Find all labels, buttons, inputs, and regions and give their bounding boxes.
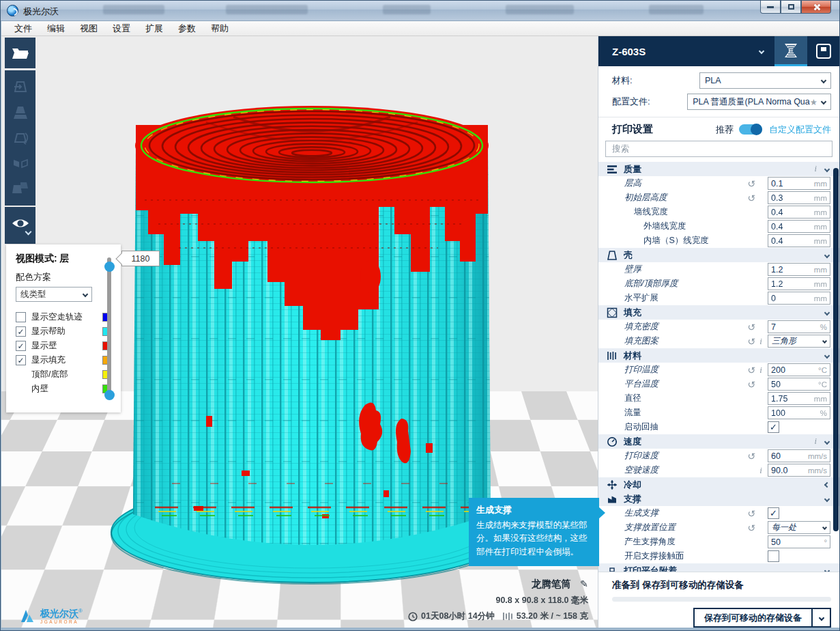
view-option-checkbox[interactable] bbox=[16, 312, 26, 322]
setting-row: 填充密度↺7% bbox=[598, 320, 840, 334]
rotate-tool-icon[interactable] bbox=[12, 129, 29, 147]
recommended-custom-toggle[interactable] bbox=[739, 124, 762, 135]
scale-tool-icon[interactable] bbox=[12, 104, 29, 122]
maximize-button[interactable] bbox=[781, 1, 801, 14]
printer-icon bbox=[815, 43, 832, 59]
setting-value-input[interactable]: 0.4mm bbox=[768, 206, 830, 219]
view-option-row: ✓显示填充 bbox=[16, 353, 113, 367]
settings-scrollbar-thumb[interactable] bbox=[833, 168, 839, 531]
custom-profile-link[interactable]: 自定义配置文件 bbox=[769, 124, 831, 136]
setting-value-input[interactable]: 0mm bbox=[768, 292, 830, 305]
reset-value-icon[interactable]: ↺ bbox=[746, 523, 757, 533]
tab-printer-monitor[interactable] bbox=[807, 36, 840, 66]
layer-number-value: 1180 bbox=[132, 254, 150, 264]
menu-item-6[interactable]: 帮助 bbox=[203, 21, 236, 36]
section-header-cooling[interactable]: 冷却 bbox=[598, 477, 840, 492]
setting-value-input[interactable]: 200°C bbox=[768, 363, 830, 376]
setting-dropdown[interactable]: 每一处 bbox=[768, 521, 830, 534]
tab-print-settings[interactable] bbox=[774, 36, 807, 66]
machine-bar: Z-603S bbox=[598, 36, 840, 66]
setting-value-input[interactable]: 0.1mm bbox=[768, 177, 830, 190]
reset-value-icon[interactable]: ↺ bbox=[746, 337, 757, 346]
reset-value-icon[interactable]: ↺ bbox=[746, 365, 757, 375]
section-header-layers[interactable]: 质量i bbox=[598, 162, 840, 176]
setting-row: 水平扩展0mm bbox=[598, 291, 840, 305]
slider-handle-top[interactable] bbox=[104, 262, 115, 272]
setting-value-input[interactable]: 50°C bbox=[768, 378, 830, 391]
setting-label: 打印速度 bbox=[598, 450, 746, 462]
per-model-settings-icon[interactable] bbox=[11, 180, 30, 197]
view-option-checkbox[interactable]: ✓ bbox=[16, 355, 26, 365]
job-dimensions: 90.8 x 90.8 x 118.0 毫米 bbox=[404, 595, 588, 606]
open-file-button[interactable] bbox=[5, 38, 35, 68]
star-icon: ★ bbox=[810, 97, 817, 107]
slider-track[interactable] bbox=[107, 257, 111, 397]
setting-value-input[interactable]: 0.4mm bbox=[768, 234, 830, 247]
setting-row: 生成支撑↺✓ bbox=[598, 506, 840, 520]
job-time: 01天08小时 14分钟 bbox=[421, 611, 495, 622]
chevron-down-icon bbox=[824, 309, 830, 315]
slice-settings-icon bbox=[783, 42, 799, 59]
material-dropdown[interactable]: PLA bbox=[699, 72, 831, 89]
section-header-support[interactable]: 支撑 bbox=[598, 492, 840, 506]
setting-dropdown[interactable]: 三角形 bbox=[768, 335, 830, 348]
section-header-adhesion[interactable]: 打印平台附着 bbox=[598, 563, 840, 572]
setting-row: 启动回抽✓ bbox=[598, 420, 840, 434]
setting-value-input[interactable]: 1.2mm bbox=[768, 277, 830, 290]
view-option-label: 顶部/底部 bbox=[31, 369, 102, 380]
menu-item-2[interactable]: 视图 bbox=[72, 21, 105, 36]
color-scheme-select[interactable]: 线类型 bbox=[16, 287, 92, 302]
setting-value-input[interactable]: 0.4mm bbox=[768, 220, 830, 233]
setting-checkbox[interactable]: ✓ bbox=[768, 507, 830, 519]
section-header-shell[interactable]: 壳 bbox=[598, 248, 840, 262]
move-tool-icon[interactable] bbox=[12, 79, 29, 96]
slider-handle-bottom[interactable] bbox=[104, 390, 115, 400]
save-output-options-dropdown[interactable] bbox=[811, 609, 830, 626]
menu-item-1[interactable]: 编辑 bbox=[40, 21, 72, 36]
search-input[interactable] bbox=[611, 143, 827, 154]
view-option-checkbox[interactable]: ✓ bbox=[16, 326, 26, 337]
menu-item-3[interactable]: 设置 bbox=[105, 21, 138, 36]
reset-value-icon[interactable]: ↺ bbox=[746, 193, 757, 203]
reset-value-icon[interactable]: ↺ bbox=[746, 179, 757, 188]
reset-value-icon[interactable]: ↺ bbox=[746, 451, 757, 461]
profile-dropdown[interactable]: PLA 普通质量(PLA Norma Qua ★ bbox=[687, 94, 831, 110]
setting-checkbox[interactable]: ✓ bbox=[768, 421, 830, 433]
support-icon bbox=[607, 494, 618, 505]
setting-value-input[interactable]: 50° bbox=[768, 535, 830, 548]
menu-item-5[interactable]: 参数 bbox=[171, 21, 203, 36]
setting-checkbox[interactable] bbox=[768, 550, 830, 562]
setting-value-input[interactable]: 7% bbox=[768, 320, 830, 333]
view-mode-button[interactable] bbox=[5, 207, 35, 244]
close-button[interactable] bbox=[801, 1, 831, 14]
setting-value-input[interactable]: 1.75mm bbox=[768, 392, 830, 405]
section-header-infill[interactable]: 填充 bbox=[598, 305, 840, 320]
setting-label: 直径 bbox=[598, 393, 746, 404]
menu-item-4[interactable]: 扩展 bbox=[138, 21, 171, 36]
menu-item-0[interactable]: 文件 bbox=[7, 21, 40, 36]
chevron-down-icon bbox=[83, 292, 88, 297]
mirror-tool-icon[interactable] bbox=[12, 154, 29, 172]
reset-value-icon[interactable]: ↺ bbox=[746, 509, 757, 518]
setting-row: 开启支撑接触面 bbox=[598, 549, 840, 563]
view-option-label: 显示壁 bbox=[31, 340, 102, 352]
reset-value-icon[interactable]: ↺ bbox=[746, 322, 757, 332]
setting-value-input[interactable]: 90.0mm/s bbox=[768, 464, 830, 477]
info-icon: i bbox=[757, 336, 765, 347]
section-header-material[interactable]: 材料 bbox=[598, 348, 840, 363]
setting-value-input[interactable]: 60mm/s bbox=[768, 449, 830, 462]
setting-value-input[interactable]: 100% bbox=[768, 406, 830, 419]
output-footer: 准备到 保存到可移动的存储设备 保存到可移动的存储设备 bbox=[598, 572, 840, 628]
reset-value-icon[interactable]: ↺ bbox=[746, 380, 757, 389]
material-label: 材料: bbox=[612, 74, 699, 87]
layer-range-slider[interactable] bbox=[104, 253, 114, 401]
view-option-checkbox[interactable]: ✓ bbox=[16, 341, 26, 351]
save-to-removable-button[interactable]: 保存到可移动的存储设备 bbox=[693, 608, 831, 628]
edit-job-name-icon[interactable]: ✎ bbox=[580, 578, 588, 589]
logo-registered-mark: ® bbox=[78, 607, 83, 613]
minimize-button[interactable] bbox=[760, 1, 781, 14]
section-header-speed[interactable]: 速度i bbox=[598, 434, 840, 449]
setting-value-input[interactable]: 0.3mm bbox=[768, 191, 830, 204]
setting-value-input[interactable]: 1.2mm bbox=[768, 263, 830, 276]
machine-select[interactable]: Z-603S bbox=[598, 36, 774, 66]
